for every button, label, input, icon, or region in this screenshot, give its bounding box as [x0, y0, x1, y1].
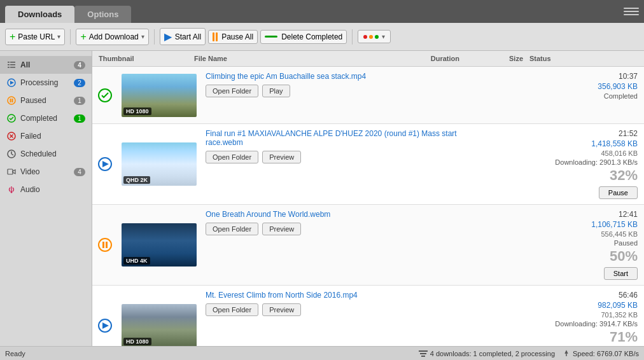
- svg-rect-1: [10, 62, 15, 63]
- menu-button[interactable]: [624, 5, 639, 18]
- sidebar-item-completed[interactable]: Completed 1: [0, 109, 92, 127]
- item-filename-3[interactable]: One Breath Around The World.webm: [206, 210, 461, 219]
- add-download-label: Add Download: [89, 32, 139, 41]
- svg-rect-18: [8, 169, 13, 174]
- speed-label: Speed: 6769.07 KB/s: [573, 350, 639, 357]
- open-folder-btn-3[interactable]: Open Folder: [206, 223, 258, 235]
- pause-all-button[interactable]: Pause All: [208, 30, 258, 44]
- separator-1: [70, 29, 71, 45]
- open-folder-btn-4[interactable]: Open Folder: [206, 303, 258, 316]
- header-size: Size: [459, 55, 523, 62]
- svg-point-24: [99, 239, 111, 251]
- more-options-button[interactable]: ▾: [358, 30, 391, 43]
- quality-badge-3: UHD 4K: [123, 257, 150, 265]
- item-filename-2[interactable]: Final run #1 MAXIAVALANCHE ALPE D'HUEZ 2…: [206, 129, 461, 147]
- sidebar-completed-label: Completed: [20, 114, 74, 123]
- item-status-icon-3: [92, 205, 118, 285]
- plus-icon-2: +: [80, 31, 86, 43]
- processing-icon: [6, 78, 17, 88]
- download-item: HD 1080 Mt. Everest Climb from North Sid…: [92, 286, 644, 346]
- video-icon: [6, 167, 17, 177]
- start-btn-3[interactable]: Start: [604, 267, 638, 280]
- list-icon: [6, 60, 17, 70]
- delete-completed-button[interactable]: Delete Completed: [260, 30, 347, 44]
- paste-url-label: Paste URL: [18, 32, 55, 41]
- item-thumbnail-1: HD 1080: [118, 67, 200, 123]
- item-actions-4: Open Folder Preview: [206, 303, 461, 316]
- start-all-label: Start All: [175, 32, 201, 41]
- item-status-text-1: Completed: [604, 92, 638, 100]
- svg-rect-10: [12, 99, 13, 102]
- sidebar-item-all[interactable]: All 4: [0, 56, 92, 74]
- item-dl-status-4: Downloading: 3914.7 KB/s: [555, 320, 638, 328]
- open-folder-btn-1[interactable]: Open Folder: [206, 85, 258, 97]
- item-actions-1: Open Folder Play: [206, 85, 461, 97]
- play-icon: ▶: [164, 31, 172, 43]
- item-size-1: 356,903 KB: [598, 82, 638, 91]
- sidebar-paused-label: Paused: [20, 96, 74, 105]
- audio-icon: [6, 184, 17, 195]
- svg-rect-30: [420, 353, 426, 354]
- toolbar: + Paste URL ▾ + Add Download ▾ ▶ Start A…: [0, 23, 644, 51]
- tab-options[interactable]: Options: [74, 6, 131, 23]
- item-body-2: Final run #1 MAXIAVALANCHE ALPE D'HUEZ 2…: [200, 124, 466, 204]
- paused-icon: [6, 95, 17, 106]
- svg-marker-23: [102, 161, 109, 167]
- quality-badge-4: HD 1080: [123, 338, 151, 345]
- dot-red: [363, 35, 367, 39]
- pause-btn-2[interactable]: Pause: [599, 186, 638, 199]
- sidebar-item-paused[interactable]: Paused 1: [0, 92, 92, 109]
- item-thumbnail-4: HD 1080: [118, 286, 200, 346]
- item-body-3: One Breath Around The World.webm Open Fo…: [200, 205, 466, 285]
- sidebar-item-video[interactable]: Video 4: [0, 163, 92, 181]
- header-thumbnail: Thumbnail: [99, 55, 194, 62]
- add-download-caret: ▾: [141, 33, 144, 40]
- sidebar-item-scheduled[interactable]: Scheduled: [0, 145, 92, 163]
- item-right-1: 10:37 356,903 KB Completed: [466, 67, 644, 123]
- start-all-button[interactable]: ▶ Start All: [160, 28, 206, 45]
- sidebar-item-failed[interactable]: Failed: [0, 127, 92, 145]
- item-filename-4[interactable]: Mt. Everest Climb from North Side 2016.m…: [206, 291, 461, 300]
- preview-btn-2[interactable]: Preview: [262, 151, 301, 163]
- svg-rect-2: [8, 64, 10, 66]
- item-size-down-2: 458,016 KB: [601, 149, 638, 157]
- download-item: UHD 4K One Breath Around The World.webm …: [92, 205, 644, 286]
- status-bar: Ready 4 downloads: 1 completed, 2 proces…: [0, 346, 644, 360]
- item-size-total-2: 1,418,558 KB: [591, 139, 638, 148]
- svg-rect-0: [8, 62, 10, 63]
- item-body-4: Mt. Everest Climb from North Side 2016.m…: [200, 286, 466, 346]
- header-duration: Duration: [409, 55, 459, 62]
- sidebar-processing-label: Processing: [20, 78, 74, 87]
- main-layout: All 4 Processing 2 Paused 1 Completed 1: [0, 51, 644, 346]
- item-dl-status-2: Downloading: 2901.3 KB/s: [555, 158, 638, 166]
- svg-line-17: [11, 154, 13, 155]
- downloads-info: 4 downloads: 1 completed, 2 processing: [430, 350, 555, 357]
- add-download-button[interactable]: + Add Download ▾: [76, 29, 148, 45]
- item-duration-1: 10:37: [619, 72, 638, 81]
- item-right-2: 21:52 1,418,558 KB 458,016 KB Downloadin…: [466, 124, 644, 204]
- play-btn-1[interactable]: Play: [262, 85, 290, 97]
- item-actions-2: Open Folder Preview: [206, 151, 461, 163]
- sidebar-item-processing[interactable]: Processing 2: [0, 74, 92, 92]
- tab-downloads[interactable]: Downloads: [5, 6, 74, 23]
- sidebar-failed-label: Failed: [20, 132, 85, 141]
- failed-icon: [6, 131, 17, 141]
- sidebar-item-audio[interactable]: Audio: [0, 181, 92, 198]
- svg-rect-25: [102, 242, 104, 248]
- sidebar-video-label: Video: [20, 167, 74, 176]
- paste-url-button[interactable]: + Paste URL ▾: [5, 29, 65, 45]
- speed-icon: [563, 350, 570, 357]
- preview-btn-4[interactable]: Preview: [262, 303, 301, 316]
- open-folder-btn-2[interactable]: Open Folder: [206, 151, 258, 163]
- preview-btn-3[interactable]: Preview: [262, 223, 301, 235]
- svg-marker-28: [102, 322, 109, 329]
- sidebar-scheduled-label: Scheduled: [20, 149, 85, 158]
- dot-orange: [369, 35, 373, 39]
- separator-2: [154, 29, 155, 45]
- svg-rect-4: [8, 67, 10, 68]
- download-item: HD 1080 Climbing the epic Am Buachaille …: [92, 67, 644, 124]
- svg-marker-19: [13, 170, 15, 174]
- svg-point-8: [8, 97, 15, 104]
- scheduled-icon: [6, 149, 17, 159]
- item-filename-1[interactable]: Climbing the epic Am Buachaille sea stac…: [206, 72, 461, 81]
